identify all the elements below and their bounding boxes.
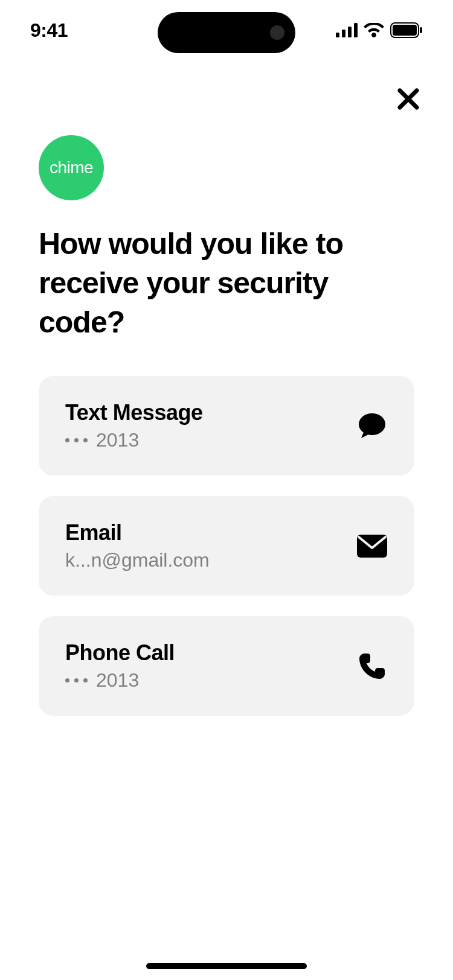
wifi-icon — [364, 23, 384, 37]
masked-dots — [65, 438, 88, 442]
svg-rect-1 — [342, 30, 345, 37]
option-subtitle: 2013 — [65, 429, 202, 451]
page-title: How would you like to receive your secur… — [39, 224, 414, 342]
close-button[interactable] — [394, 84, 423, 113]
masked-value: 2013 — [96, 429, 139, 451]
masked-value: 2013 — [96, 669, 139, 692]
status-time: 9:41 — [30, 19, 68, 42]
home-indicator[interactable] — [146, 963, 307, 969]
svg-rect-2 — [348, 27, 352, 37]
option-email[interactable]: Email k...n@gmail.com — [39, 496, 414, 596]
svg-rect-0 — [336, 33, 339, 37]
option-title: Email — [65, 520, 210, 546]
email-value: k...n@gmail.com — [65, 549, 210, 571]
svg-rect-6 — [420, 27, 422, 33]
option-text-message[interactable]: Text Message 2013 — [39, 376, 414, 476]
island-camera-dot — [270, 25, 284, 40]
option-phone-call[interactable]: Phone Call 2013 — [39, 616, 414, 716]
cellular-icon — [336, 23, 358, 37]
dynamic-island — [158, 12, 295, 53]
option-title: Phone Call — [65, 640, 175, 666]
chat-bubble-icon — [356, 410, 388, 442]
masked-dots — [65, 678, 88, 682]
brand-logo: chime — [39, 135, 104, 200]
svg-point-7 — [359, 413, 385, 435]
battery-icon — [390, 22, 423, 38]
phone-icon — [356, 651, 388, 682]
envelope-icon — [356, 530, 388, 562]
svg-rect-3 — [354, 23, 358, 37]
svg-rect-5 — [393, 25, 417, 36]
option-subtitle: k...n@gmail.com — [65, 549, 210, 571]
option-subtitle: 2013 — [65, 669, 175, 692]
status-bar: 9:41 — [0, 0, 453, 60]
brand-logo-text: chime — [50, 158, 93, 177]
option-title: Text Message — [65, 400, 202, 425]
status-indicators — [336, 22, 423, 38]
close-icon — [396, 87, 420, 111]
